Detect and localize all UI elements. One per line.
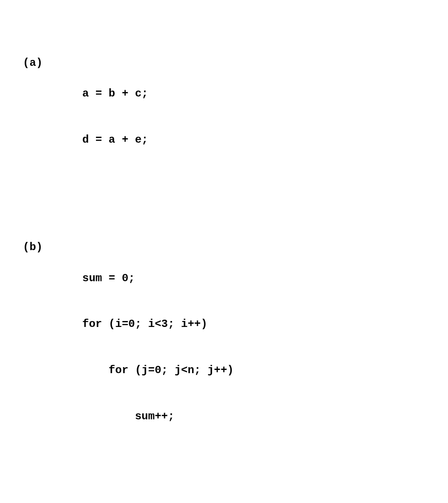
code-line: a = b + c; (82, 86, 425, 102)
code-line: d = a + e; (82, 132, 425, 148)
fragment-a: (a) a = b + c; d = a + e; (23, 55, 425, 178)
code-line: sum++; (82, 409, 425, 424)
code-line: for (j=0; j<n; j++) (82, 363, 425, 378)
fragment-label: (b) (23, 240, 82, 255)
fragment-code: sum = 0; for (i=0; i<3; i++) for (j=0; j… (82, 240, 425, 455)
fragment-label: (a) (23, 55, 82, 71)
fragment-code: a = b + c; d = a + e; (82, 55, 425, 178)
code-line: sum = 0; (82, 271, 425, 286)
fragment-b: (b) sum = 0; for (i=0; i<3; i++) for (j=… (23, 240, 425, 455)
code-line: for (i=0; i<3; i++) (82, 316, 425, 332)
code-fragments-page: (a) a = b + c; d = a + e; (b) sum = 0; f… (0, 0, 448, 503)
